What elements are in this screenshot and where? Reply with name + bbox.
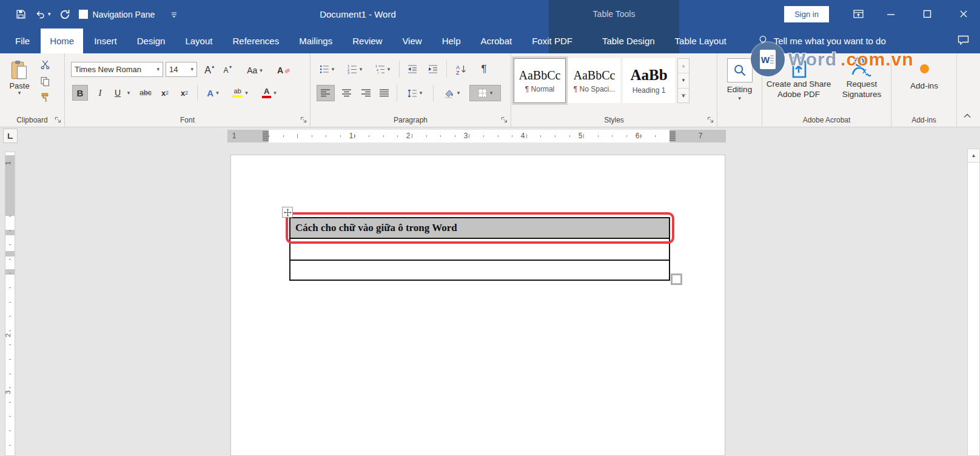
- sign-in-button[interactable]: Sign in: [784, 6, 829, 22]
- table-move-handle[interactable]: [282, 207, 293, 218]
- editing-button[interactable]: [727, 58, 753, 82]
- tab-mailings[interactable]: Mailings: [290, 29, 341, 53]
- vertical-ruler[interactable]: 1 2 3: [5, 152, 15, 456]
- ruler-row: 1 1 2 3 4 5 6 7: [0, 127, 980, 144]
- grow-font-button[interactable]: A▲: [202, 63, 218, 78]
- tab-table-design[interactable]: Table Design: [593, 29, 664, 53]
- style-heading1[interactable]: AaBb Heading 1: [623, 58, 675, 103]
- undo-icon[interactable]: ▾: [35, 10, 51, 19]
- minimize-button[interactable]: [881, 5, 901, 23]
- subscript-button[interactable]: x2: [157, 85, 173, 101]
- editing-dropdown-icon[interactable]: ▾: [717, 96, 762, 101]
- table-tools-title: Table Tools: [549, 0, 679, 29]
- tab-help[interactable]: Help: [433, 29, 470, 53]
- tab-insert[interactable]: Insert: [85, 29, 126, 53]
- line-spacing-button[interactable]: ▾: [401, 85, 428, 101]
- right-indent-marker[interactable]: [670, 131, 676, 141]
- tab-foxit-pdf[interactable]: Foxit PDF: [523, 29, 582, 53]
- align-right-button[interactable]: [358, 85, 375, 101]
- style-normal-preview: AaBbCc: [519, 69, 561, 82]
- clipboard-dialog-launcher[interactable]: [55, 116, 61, 123]
- save-icon[interactable]: [16, 9, 26, 19]
- vertical-scrollbar[interactable]: ▲: [967, 149, 980, 456]
- style-no-spacing[interactable]: AaBbCc ¶ No Spaci...: [568, 58, 620, 103]
- addins-group-label: Add-ins: [891, 116, 956, 124]
- increase-indent-button[interactable]: [425, 62, 441, 76]
- multilevel-list-button[interactable]: 1ai ▾: [372, 62, 393, 76]
- tab-file[interactable]: File: [6, 29, 39, 53]
- change-case-button[interactable]: Aa▾: [242, 63, 267, 78]
- font-color-button[interactable]: A ▾: [257, 85, 282, 101]
- close-button[interactable]: [953, 5, 974, 23]
- decrease-indent-button[interactable]: [404, 62, 421, 76]
- superscript-button[interactable]: x2: [176, 85, 192, 101]
- tab-design[interactable]: Design: [128, 29, 175, 53]
- tab-acrobat[interactable]: Acrobat: [472, 29, 522, 53]
- editing-label: Editing: [717, 85, 762, 94]
- format-painter-button[interactable]: [40, 92, 50, 102]
- bold-button[interactable]: B: [72, 85, 88, 101]
- copy-button[interactable]: [40, 76, 50, 87]
- style-normal[interactable]: AaBbCc ¶ Normal: [514, 58, 566, 103]
- numbering-button[interactable]: 123 ▾: [344, 62, 365, 76]
- adobe-acrobat-group-label: Adobe Acrobat: [762, 116, 891, 124]
- svg-text:3: 3: [347, 71, 349, 74]
- vruler-number: 3: [4, 391, 12, 394]
- left-indent-marker[interactable]: [263, 131, 269, 141]
- group-paragraph: ▾ 123 ▾ 1ai ▾ AZ ¶: [310, 53, 511, 127]
- horizontal-ruler[interactable]: 1 1 2 3 4 5 6 7: [227, 130, 726, 142]
- tab-table-layout[interactable]: Table Layout: [666, 29, 736, 53]
- paste-button[interactable]: Paste ▾: [5, 57, 34, 110]
- tab-home[interactable]: Home: [41, 29, 83, 53]
- align-center-button[interactable]: [338, 85, 355, 101]
- navigation-pane-checkbox[interactable]: [79, 10, 88, 19]
- maximize-button[interactable]: [917, 5, 938, 23]
- styles-scroll-down-icon[interactable]: ▼: [678, 73, 689, 88]
- tab-layout[interactable]: Layout: [176, 29, 221, 53]
- text-highlight-button[interactable]: ab ▾: [227, 85, 253, 101]
- shrink-font-button[interactable]: A▼: [220, 63, 236, 78]
- undo-dropdown-icon[interactable]: ▾: [48, 12, 51, 17]
- justify-button[interactable]: [376, 85, 393, 101]
- ribbon-display-options-button[interactable]: [848, 5, 868, 23]
- table-row-3[interactable]: [289, 261, 670, 281]
- text-effects-button[interactable]: A▾: [202, 85, 224, 101]
- strikethrough-button[interactable]: abc: [136, 85, 155, 101]
- font-size-combo[interactable]: 14▾: [166, 62, 197, 77]
- styles-dialog-launcher[interactable]: [707, 116, 714, 123]
- italic-button[interactable]: I: [93, 85, 107, 101]
- tab-review[interactable]: Review: [343, 29, 391, 53]
- underline-dropdown-icon[interactable]: ▾: [124, 85, 133, 101]
- font-name-combo[interactable]: Times New Roman▾: [71, 62, 163, 77]
- bullets-button[interactable]: ▾: [317, 62, 337, 76]
- group-styles: AaBbCc ¶ Normal AaBbCc ¶ No Spaci... AaB…: [511, 53, 717, 127]
- tab-references[interactable]: References: [223, 29, 288, 53]
- document-page[interactable]: [230, 155, 725, 456]
- ruler-number: 2: [402, 132, 414, 140]
- clear-formatting-button[interactable]: A: [275, 63, 293, 78]
- paste-label: Paste: [9, 81, 29, 90]
- word-logo-icon: w: [751, 42, 785, 76]
- sort-button[interactable]: AZ: [451, 62, 471, 76]
- style-normal-name: ¶ Normal: [525, 85, 554, 93]
- underline-button[interactable]: U: [111, 85, 124, 101]
- navigation-pane-toggle[interactable]: Navigation Pane: [79, 10, 155, 19]
- align-left-button[interactable]: [317, 85, 335, 101]
- redo-icon[interactable]: [59, 9, 70, 20]
- tab-stop-selector[interactable]: [3, 129, 18, 143]
- font-dialog-launcher[interactable]: [300, 116, 307, 123]
- paste-dropdown-icon[interactable]: ▾: [18, 90, 21, 96]
- comments-icon[interactable]: [958, 35, 969, 45]
- cut-button[interactable]: [40, 59, 50, 70]
- styles-gallery-more-icon[interactable]: —▼: [678, 89, 689, 102]
- table-resize-handle[interactable]: [671, 273, 682, 285]
- customize-qat-icon[interactable]: [170, 11, 178, 18]
- collapse-ribbon-icon[interactable]: [963, 113, 972, 118]
- scroll-up-icon[interactable]: ▲: [968, 149, 979, 163]
- styles-scroll-up-icon[interactable]: ▲: [678, 59, 689, 73]
- paragraph-dialog-launcher[interactable]: [501, 116, 508, 123]
- borders-button[interactable]: ▾: [469, 85, 501, 101]
- tab-view[interactable]: View: [393, 29, 431, 53]
- show-hide-pilcrow-button[interactable]: ¶: [475, 62, 492, 76]
- shading-button[interactable]: ▾: [438, 85, 466, 101]
